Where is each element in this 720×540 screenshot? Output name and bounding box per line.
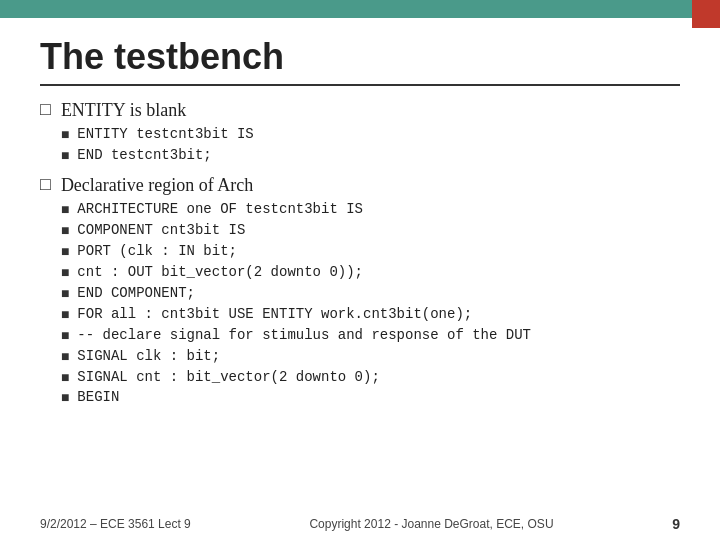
footer-left-text: 9/2/2012 – ECE 3561 Lect 9: [40, 517, 191, 531]
sub-item-2-7: ■ SIGNAL clk : bit;: [61, 347, 531, 366]
title-divider: [40, 84, 680, 86]
sub-text-1-2: END testcnt3bit;: [77, 146, 211, 165]
top-accent-bar: [0, 0, 720, 18]
sub-bullet-2-8: ■: [61, 370, 69, 386]
main-bullet-list: □ ENTITY is blank ■ ENTITY testcnt3bit I…: [40, 98, 680, 409]
sub-text-2-2: PORT (clk : IN bit;: [77, 242, 237, 261]
sub-bullet-1-2: ■: [61, 148, 69, 164]
sub-bullet-2-7: ■: [61, 349, 69, 365]
slide-footer: 9/2/2012 – ECE 3561 Lect 9 Copyright 201…: [40, 516, 680, 532]
sub-text-2-1: COMPONENT cnt3bit IS: [77, 221, 245, 240]
sub-bullet-2-1: ■: [61, 223, 69, 239]
bullet-2-sublist: ■ ARCHITECTURE one OF testcnt3bit IS ■ C…: [61, 200, 531, 407]
sub-bullet-2-2: ■: [61, 244, 69, 260]
sub-item-1-1: ■ ENTITY testcnt3bit IS: [61, 125, 254, 144]
sub-item-2-6: ■ -- declare signal for stimulus and res…: [61, 326, 531, 345]
sub-bullet-2-0: ■: [61, 202, 69, 218]
sub-bullet-1-1: ■: [61, 127, 69, 143]
sub-bullet-2-3: ■: [61, 265, 69, 281]
sub-text-2-3: cnt : OUT bit_vector(2 downto 0));: [77, 263, 363, 282]
sub-item-2-9: ■ BEGIN: [61, 388, 531, 407]
sub-text-1-1: ENTITY testcnt3bit IS: [77, 125, 253, 144]
sub-text-2-8: SIGNAL cnt : bit_vector(2 downto 0);: [77, 368, 379, 387]
sub-item-2-3: ■ cnt : OUT bit_vector(2 downto 0));: [61, 263, 531, 282]
sub-bullet-2-9: ■: [61, 390, 69, 406]
sub-bullet-2-6: ■: [61, 328, 69, 344]
sub-text-2-7: SIGNAL clk : bit;: [77, 347, 220, 366]
slide-content: The testbench □ ENTITY is blank ■ ENTITY…: [0, 18, 720, 540]
bullet-item-2: □ Declarative region of Arch ■ ARCHITECT…: [40, 173, 680, 409]
bullet-item-1: □ ENTITY is blank ■ ENTITY testcnt3bit I…: [40, 98, 680, 167]
sub-item-2-5: ■ FOR all : cnt3bit USE ENTITY work.cnt3…: [61, 305, 531, 324]
page-number: 9: [672, 516, 680, 532]
sub-item-2-0: ■ ARCHITECTURE one OF testcnt3bit IS: [61, 200, 531, 219]
bullet-2-label: Declarative region of Arch: [61, 175, 253, 195]
sub-item-2-4: ■ END COMPONENT;: [61, 284, 531, 303]
sub-item-1-2: ■ END testcnt3bit;: [61, 146, 254, 165]
sub-text-2-9: BEGIN: [77, 388, 119, 407]
sub-text-2-4: END COMPONENT;: [77, 284, 195, 303]
sub-bullet-2-4: ■: [61, 286, 69, 302]
sub-text-2-0: ARCHITECTURE one OF testcnt3bit IS: [77, 200, 363, 219]
sub-item-2-1: ■ COMPONENT cnt3bit IS: [61, 221, 531, 240]
bullet-1-label: ENTITY is blank: [61, 100, 186, 120]
bullet-icon-2: □: [40, 174, 51, 195]
sub-item-2-8: ■ SIGNAL cnt : bit_vector(2 downto 0);: [61, 368, 531, 387]
sub-text-2-6: -- declare signal for stimulus and respo…: [77, 326, 531, 345]
sub-item-2-2: ■ PORT (clk : IN bit;: [61, 242, 531, 261]
sub-bullet-2-5: ■: [61, 307, 69, 323]
slide-title: The testbench: [40, 36, 680, 78]
bullet-1-sublist: ■ ENTITY testcnt3bit IS ■ END testcnt3bi…: [61, 125, 254, 165]
footer-copyright: Copyright 2012 - Joanne DeGroat, ECE, OS…: [309, 517, 553, 531]
bullet-icon-1: □: [40, 99, 51, 120]
sub-text-2-5: FOR all : cnt3bit USE ENTITY work.cnt3bi…: [77, 305, 472, 324]
